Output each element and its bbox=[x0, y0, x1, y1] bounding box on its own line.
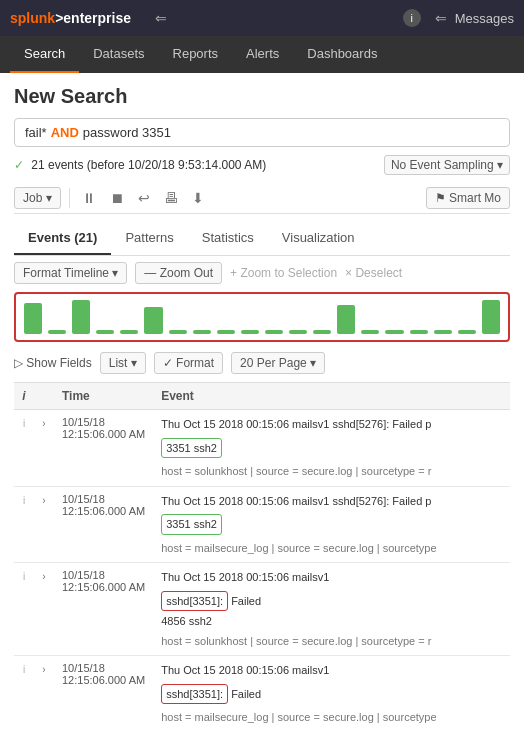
zoom-out-button[interactable]: — Zoom Out bbox=[135, 262, 222, 284]
query-and: AND bbox=[51, 125, 79, 140]
page-title: New Search bbox=[14, 85, 510, 108]
search-input-bar[interactable]: fail* AND password 3351 bbox=[14, 118, 510, 147]
table-row: i›10/15/1812:15:06.000 AMThu Oct 15 2018… bbox=[14, 656, 510, 730]
expand-cell[interactable]: › bbox=[34, 410, 54, 487]
main-content: New Search fail* AND password 3351 ✓ 21 … bbox=[0, 73, 524, 729]
timeline-bar[interactable] bbox=[241, 330, 259, 334]
timeline-bar[interactable] bbox=[72, 300, 90, 334]
table-row: i›10/15/1812:15:06.000 AMThu Oct 15 2018… bbox=[14, 486, 510, 563]
timeline-bar[interactable] bbox=[313, 330, 331, 334]
nav-icon-left[interactable]: ⇐ bbox=[155, 10, 167, 26]
messages-button[interactable]: Messages bbox=[455, 11, 514, 26]
smart-mode-button[interactable]: ⚑ Smart Mo bbox=[426, 187, 510, 209]
event-cell: Thu Oct 15 2018 00:15:06 mailsv1sshd[335… bbox=[153, 563, 510, 656]
table-row: i›10/15/1812:15:06.000 AMThu Oct 15 2018… bbox=[14, 410, 510, 487]
timeline-bar[interactable] bbox=[169, 330, 187, 334]
event-cell: Thu Oct 15 2018 00:15:06 mailsv1sshd[335… bbox=[153, 656, 510, 730]
timeline-bar[interactable] bbox=[337, 305, 355, 334]
timeline-bar[interactable] bbox=[96, 330, 114, 334]
enterprise-label: >enterprise bbox=[55, 10, 131, 26]
timeline-bar[interactable] bbox=[144, 307, 162, 334]
results-toolbar: ▷ Show Fields List ▾ ✓ Format 20 Per Pag… bbox=[14, 352, 510, 374]
row-index-cell: i bbox=[14, 656, 34, 730]
timeline-bar[interactable] bbox=[265, 330, 283, 334]
timeline-bar[interactable] bbox=[482, 300, 500, 334]
top-navigation: splunk>enterprise ⇐ i ⇐ Messages bbox=[0, 0, 524, 36]
event-cell: Thu Oct 15 2018 00:15:06 mailsv1 sshd[52… bbox=[153, 410, 510, 487]
timeline-controls: Format Timeline ▾ — Zoom Out + Zoom to S… bbox=[14, 262, 510, 284]
pause-icon[interactable]: ⏸ bbox=[78, 188, 100, 208]
job-button[interactable]: Job ▾ bbox=[14, 187, 61, 209]
timeline-bar[interactable] bbox=[120, 330, 138, 334]
timeline-bar[interactable] bbox=[24, 303, 42, 334]
time-cell: 10/15/1812:15:06.000 AM bbox=[54, 656, 153, 730]
col-header-time: Time bbox=[54, 383, 153, 410]
table-row: i›10/15/1812:15:06.000 AMThu Oct 15 2018… bbox=[14, 563, 510, 656]
timeline-bar[interactable] bbox=[193, 330, 211, 334]
timeline-bar[interactable] bbox=[410, 330, 428, 334]
time-cell: 10/15/1812:15:06.000 AM bbox=[54, 563, 153, 656]
show-fields-button[interactable]: ▷ Show Fields bbox=[14, 356, 92, 370]
format-timeline-button[interactable]: Format Timeline ▾ bbox=[14, 262, 127, 284]
nav-icon-right[interactable]: ⇐ bbox=[435, 10, 447, 26]
col-header-i: i bbox=[14, 383, 34, 410]
search-toolbar: Job ▾ ⏸ ⏹ ↩ 🖶 ⬇ ⚑ Smart Mo bbox=[14, 183, 510, 214]
tab-patterns[interactable]: Patterns bbox=[111, 222, 187, 255]
event-cell: Thu Oct 15 2018 00:15:06 mailsv1 sshd[52… bbox=[153, 486, 510, 563]
query-fail: fail* bbox=[25, 125, 47, 140]
event-count: ✓ 21 events (before 10/20/18 9:53:14.000… bbox=[14, 158, 266, 172]
expand-cell[interactable]: › bbox=[34, 656, 54, 730]
share-icon[interactable]: ↩ bbox=[134, 188, 154, 208]
row-index-cell: i bbox=[14, 563, 34, 656]
zoom-selection-button: + Zoom to Selection bbox=[230, 266, 337, 280]
tab-visualization[interactable]: Visualization bbox=[268, 222, 369, 255]
list-button[interactable]: List ▾ bbox=[100, 352, 146, 374]
sampling-button[interactable]: No Event Sampling ▾ bbox=[384, 155, 510, 175]
timeline-bar[interactable] bbox=[217, 330, 235, 334]
splunk-logo: splunk>enterprise bbox=[10, 10, 131, 26]
tab-reports[interactable]: Reports bbox=[159, 36, 233, 73]
tab-alerts[interactable]: Alerts bbox=[232, 36, 293, 73]
query-rest: password 3351 bbox=[83, 125, 171, 140]
sub-tabs: Events (21) Patterns Statistics Visualiz… bbox=[14, 222, 510, 256]
print-icon[interactable]: 🖶 bbox=[160, 188, 182, 208]
col-header-event: Event bbox=[153, 383, 510, 410]
timeline-bar[interactable] bbox=[48, 330, 66, 334]
row-index-cell: i bbox=[14, 486, 34, 563]
info-icon[interactable]: i bbox=[403, 9, 421, 27]
tab-events[interactable]: Events (21) bbox=[14, 222, 111, 255]
col-header-expand bbox=[34, 383, 54, 410]
timeline-chart[interactable] bbox=[14, 292, 510, 342]
events-table: i Time Event i›10/15/1812:15:06.000 AMTh… bbox=[14, 382, 510, 729]
expand-cell[interactable]: › bbox=[34, 563, 54, 656]
timeline-bar[interactable] bbox=[385, 330, 403, 334]
tab-statistics[interactable]: Statistics bbox=[188, 222, 268, 255]
time-cell: 10/15/1812:15:06.000 AM bbox=[54, 486, 153, 563]
export-icon[interactable]: ⬇ bbox=[188, 188, 208, 208]
status-bar: ✓ 21 events (before 10/20/18 9:53:14.000… bbox=[14, 155, 510, 175]
expand-cell[interactable]: › bbox=[34, 486, 54, 563]
time-cell: 10/15/1812:15:06.000 AM bbox=[54, 410, 153, 487]
timeline-bar[interactable] bbox=[289, 330, 307, 334]
timeline-bar[interactable] bbox=[361, 330, 379, 334]
row-index-cell: i bbox=[14, 410, 34, 487]
per-page-button[interactable]: 20 Per Page ▾ bbox=[231, 352, 325, 374]
main-navigation: Search Datasets Reports Alerts Dashboard… bbox=[0, 36, 524, 73]
timeline-bar[interactable] bbox=[458, 330, 476, 334]
tab-dashboards[interactable]: Dashboards bbox=[293, 36, 391, 73]
toolbar-separator bbox=[69, 188, 70, 208]
splunk-wordmark: splunk bbox=[10, 10, 55, 26]
format-button[interactable]: ✓ Format bbox=[154, 352, 223, 374]
timeline-bar[interactable] bbox=[434, 330, 452, 334]
tab-datasets[interactable]: Datasets bbox=[79, 36, 158, 73]
tab-search[interactable]: Search bbox=[10, 36, 79, 73]
deselect-button: × Deselect bbox=[345, 266, 402, 280]
stop-icon[interactable]: ⏹ bbox=[106, 188, 128, 208]
